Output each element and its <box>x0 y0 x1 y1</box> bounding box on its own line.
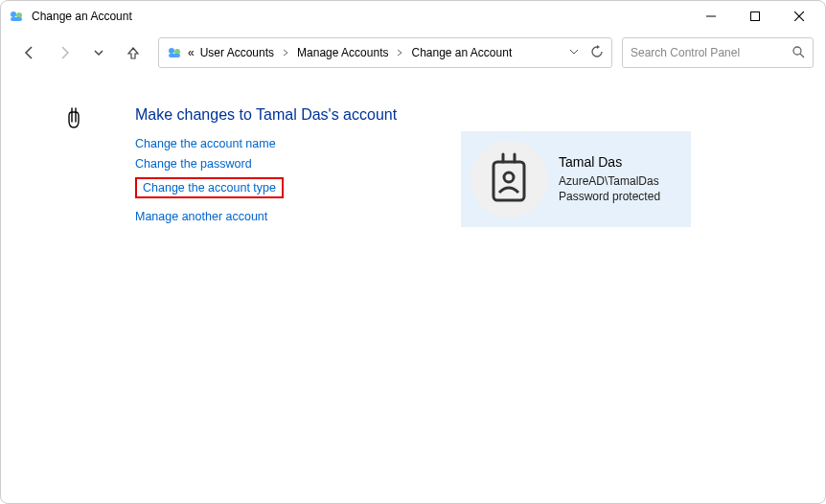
highlight-annotation: Change the account type <box>135 177 284 198</box>
search-input[interactable] <box>631 46 792 59</box>
link-manage-another-account[interactable]: Manage another account <box>135 210 267 223</box>
nav-row: « User Accounts Manage Accounts Change a… <box>1 32 825 78</box>
account-card[interactable]: Tamal Das AzureAD\TamalDas Password prot… <box>461 131 691 227</box>
account-info: Tamal Das AzureAD\TamalDas Password prot… <box>559 153 660 204</box>
svg-point-10 <box>793 47 801 55</box>
account-status: Password protected <box>559 189 660 204</box>
window-title: Change an Account <box>32 10 689 23</box>
link-change-account-type[interactable]: Change the account type <box>143 181 276 195</box>
breadcrumb-item[interactable]: Manage Accounts <box>297 46 388 59</box>
svg-rect-2 <box>11 17 22 21</box>
up-button[interactable] <box>118 39 149 66</box>
svg-line-11 <box>800 54 804 57</box>
breadcrumb-item[interactable]: Change an Account <box>411 46 512 59</box>
minimize-button[interactable] <box>689 1 733 32</box>
link-change-password[interactable]: Change the password <box>135 157 252 171</box>
svg-point-13 <box>504 172 514 182</box>
svg-rect-4 <box>751 12 760 21</box>
maximize-button[interactable] <box>733 1 777 32</box>
title-bar: Change an Account <box>1 1 825 32</box>
account-name: Tamal Das <box>559 153 660 172</box>
window-controls <box>689 1 821 32</box>
breadcrumb-prefix: « <box>188 46 195 59</box>
link-change-account-name[interactable]: Change the account name <box>135 137 276 150</box>
search-box[interactable] <box>622 37 814 68</box>
svg-rect-9 <box>169 54 180 57</box>
badge-icon <box>486 152 532 206</box>
account-domain: AzureAD\TamalDas <box>559 173 660 189</box>
address-bar[interactable]: « User Accounts Manage Accounts Change a… <box>158 37 612 68</box>
back-button[interactable] <box>14 39 45 66</box>
chevron-right-icon[interactable] <box>396 48 403 58</box>
svg-point-7 <box>169 48 174 54</box>
address-dropdown-button[interactable] <box>569 46 579 59</box>
location-icon <box>167 45 182 60</box>
avatar <box>470 141 547 218</box>
app-icon <box>9 9 24 24</box>
content-area: Make changes to Tamal Das's account Chan… <box>1 78 825 249</box>
close-button[interactable] <box>777 1 821 32</box>
forward-button[interactable] <box>49 39 80 66</box>
page-heading: Make changes to Tamal Das's account <box>135 106 806 124</box>
breadcrumb-item[interactable]: User Accounts <box>200 46 274 59</box>
search-icon[interactable] <box>792 45 805 61</box>
refresh-button[interactable] <box>590 45 604 61</box>
chevron-right-icon[interactable] <box>282 48 289 58</box>
svg-point-0 <box>11 11 16 17</box>
recent-locations-button[interactable] <box>83 39 114 66</box>
